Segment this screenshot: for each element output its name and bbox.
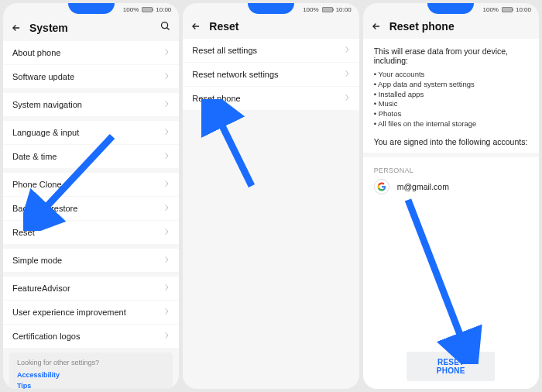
bullet-text: App data and system settings (378, 80, 475, 88)
svg-line-6 (408, 200, 467, 352)
chevron-right-icon (163, 180, 170, 189)
row-label: Reset network settings (192, 70, 278, 79)
row-label: Language & input (12, 128, 79, 137)
bullet-text: Your accounts (378, 70, 424, 78)
row-reset-network[interactable]: Reset network settings (183, 63, 358, 87)
page-title: System (29, 22, 152, 34)
erase-intro: This will erase data from your device, i… (374, 46, 528, 65)
row-label: Date & time (12, 152, 57, 161)
row-software-update[interactable]: Software update (3, 65, 179, 88)
chevron-right-icon (163, 332, 170, 341)
chevron-right-icon (163, 308, 170, 317)
back-icon[interactable] (190, 21, 201, 32)
reset-content: This will erase data from your device, i… (363, 39, 539, 202)
bullet-item: • Photos (374, 109, 528, 119)
back-icon[interactable] (11, 22, 22, 33)
row-label: Software update (12, 72, 74, 81)
row-backup-restore[interactable]: Backup & restore (3, 197, 179, 221)
battery-percent: 100% (482, 6, 498, 13)
row-label: System navigation (12, 100, 82, 109)
row-label: Reset (12, 228, 35, 237)
divider (363, 153, 539, 157)
search-icon[interactable] (160, 20, 171, 35)
section-label-personal: PERSONAL (374, 167, 528, 174)
battery-percent: 100% (303, 6, 318, 13)
battery-icon (502, 7, 513, 12)
notch (68, 3, 115, 14)
bullet-text: Music (379, 99, 398, 108)
reset-phone-body: This will erase data from your device, i… (363, 39, 539, 389)
chevron-right-icon (163, 284, 170, 293)
row-label: About phone (12, 48, 60, 57)
battery-percent: 100% (123, 6, 139, 13)
chevron-right-icon (163, 256, 170, 265)
header: System (3, 15, 179, 41)
row-label: Backup & restore (12, 204, 77, 213)
row-date-time[interactable]: Date & time (3, 145, 179, 168)
row-label: Certification logos (12, 332, 80, 341)
bullet-text: All files on the internal storage (378, 119, 476, 128)
battery-icon (322, 7, 333, 12)
erase-bullets: • Your accounts • App data and system se… (374, 70, 528, 129)
signed-in-text: You are signed into the following accoun… (374, 137, 528, 146)
bullet-item: • Your accounts (374, 70, 528, 80)
header: Reset phone (363, 15, 539, 39)
google-logo-icon (374, 179, 389, 194)
chevron-right-icon (163, 128, 170, 137)
status-time: 10:00 (516, 6, 531, 13)
row-label: Reset phone (192, 94, 240, 103)
reset-phone-button[interactable]: RESET PHONE (406, 352, 495, 381)
battery-icon (142, 7, 153, 12)
chevron-right-icon (163, 48, 170, 57)
account-email: m@gmail.com (397, 182, 449, 191)
settings-list: About phone Software update System navig… (3, 41, 179, 389)
bullet-item: • Installed apps (374, 90, 528, 100)
chevron-right-icon (344, 70, 350, 79)
notch (427, 3, 474, 14)
bullet-item: • All files on the internal storage (374, 119, 528, 129)
chevron-right-icon (344, 46, 350, 55)
chevron-right-icon (344, 94, 350, 103)
row-label: Reset all settings (192, 46, 257, 55)
chevron-right-icon (163, 152, 170, 161)
row-label: User experience improvement (12, 308, 126, 317)
phone-system-settings: 100% 10:00 System About phone Software u… (3, 3, 179, 389)
row-simple-mode[interactable]: Simple mode (3, 249, 179, 272)
row-certification-logos[interactable]: Certification logos (3, 325, 179, 348)
account-row: m@gmail.com (374, 179, 528, 194)
row-system-navigation[interactable]: System navigation (3, 93, 179, 116)
phone-reset-menu: 100% 10:00 Reset Reset all settings Rese… (183, 3, 358, 389)
row-phone-clone[interactable]: Phone Clone (3, 173, 179, 197)
row-reset[interactable]: Reset (3, 221, 179, 244)
chevron-right-icon (163, 72, 170, 81)
row-label: Phone Clone (12, 180, 62, 189)
bullet-text: Photos (379, 109, 402, 118)
row-feature-advisor[interactable]: FeatureAdvisor (3, 277, 179, 301)
footer-link-accessibility[interactable]: Accessibility (17, 371, 165, 379)
chevron-right-icon (163, 204, 170, 213)
back-icon[interactable] (371, 21, 382, 32)
bullet-item: • Music (374, 99, 528, 109)
status-time: 10:00 (156, 6, 171, 13)
row-reset-phone[interactable]: Reset phone (183, 87, 358, 110)
footer-hint: Looking for other settings? (17, 359, 165, 366)
row-language-input[interactable]: Language & input (3, 121, 179, 145)
chevron-right-icon (163, 100, 170, 109)
bullet-item: • App data and system settings (374, 80, 528, 90)
header: Reset (183, 15, 358, 39)
row-label: Simple mode (12, 256, 62, 265)
row-user-experience[interactable]: User experience improvement (3, 301, 179, 325)
footer-link-tips[interactable]: Tips (17, 382, 165, 389)
phone-reset-confirm: 100% 10:00 Reset phone This will erase d… (363, 3, 539, 389)
svg-point-0 (162, 22, 168, 29)
row-label: FeatureAdvisor (12, 284, 70, 293)
annotation-arrow-icon (397, 194, 482, 364)
reset-list: Reset all settings Reset network setting… (183, 39, 358, 389)
page-title: Reset phone (389, 20, 531, 33)
row-about-phone[interactable]: About phone (3, 41, 179, 65)
bullet-text: Installed apps (379, 90, 424, 98)
chevron-right-icon (163, 228, 170, 237)
footer-card: Looking for other settings? Accessibilit… (9, 352, 173, 389)
page-title: Reset (209, 20, 351, 33)
row-reset-all-settings[interactable]: Reset all settings (183, 39, 358, 63)
